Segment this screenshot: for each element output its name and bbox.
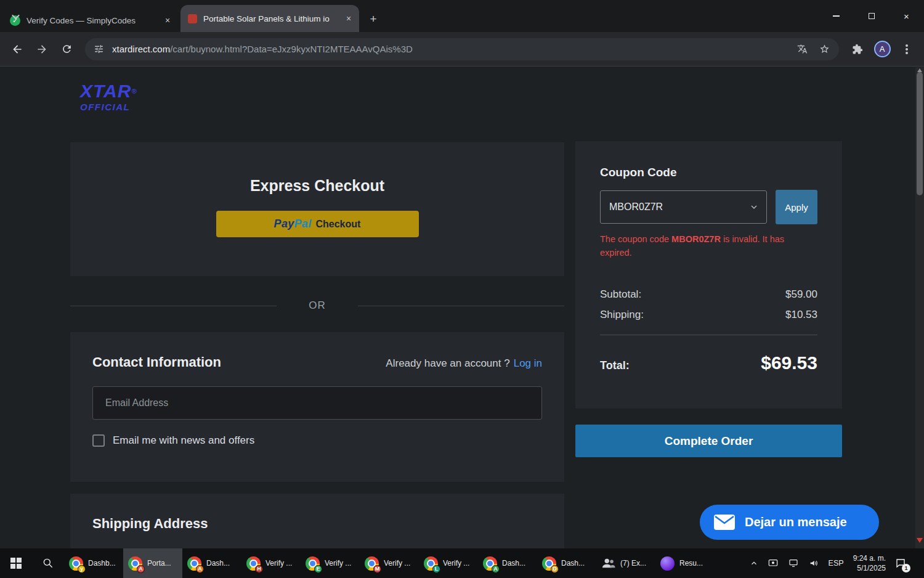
apply-coupon-button[interactable]: Apply	[776, 190, 817, 224]
url-text: xtardirect.com/cart/buynow.html?Data=eJx…	[112, 44, 788, 54]
taskbar-item-label: Porta...	[147, 559, 171, 568]
taskbar-item-resu[interactable]: Resu...	[655, 548, 715, 578]
badge: D	[551, 565, 559, 573]
new-tab-button[interactable]: +	[364, 10, 383, 28]
taskbar-item-label: Dash...	[502, 559, 525, 568]
order-totals: Subtotal: $59.00 Shipping: $10.53 Total:…	[600, 288, 817, 373]
purple-app-icon	[660, 556, 675, 571]
taskbar-item-label: Verify ...	[443, 559, 469, 568]
browser-menu-button[interactable]	[896, 38, 918, 60]
logo-brand-text: XTAR	[80, 81, 131, 101]
tray-chevron-up-icon[interactable]	[750, 559, 758, 568]
chat-widget-button[interactable]: Dejar un mensaje	[700, 505, 879, 540]
maximize-restore-button[interactable]	[854, 0, 889, 32]
restore-icon	[869, 13, 875, 19]
start-button[interactable]	[0, 548, 32, 578]
taskbar-item-dashboard-4[interactable]: D Dash...	[537, 548, 596, 578]
taskbar-item-verify-2[interactable]: E Verify ...	[301, 548, 360, 578]
taskbar-item-dashboard-1[interactable]: y Dashb...	[64, 548, 123, 578]
forward-button[interactable]	[31, 38, 53, 60]
tray-clock[interactable]: 9:24 a. m. 5/1/2025	[853, 553, 886, 573]
subtotal-value: $59.00	[785, 288, 817, 301]
puzzle-icon	[852, 44, 863, 55]
summary-divider	[600, 335, 817, 335]
account-prompt-text: Already have an account ?	[386, 357, 509, 369]
complete-order-button[interactable]: Complete Order	[575, 425, 842, 457]
taskbar-item-label: Verify ...	[265, 559, 292, 568]
bookmark-star-button[interactable]	[816, 41, 833, 58]
paypal-pal-text: Pal	[294, 218, 312, 230]
shipping-row: Shipping: $10.53	[600, 309, 817, 321]
coupon-dropdown-chevron-icon[interactable]	[749, 202, 759, 212]
url-domain: xtardirect.com	[112, 44, 170, 54]
coupon-code-title: Coupon Code	[600, 166, 817, 179]
email-field[interactable]	[92, 386, 542, 420]
chrome-icon: A	[128, 556, 142, 571]
envelope-icon	[713, 514, 736, 531]
shipping-value: $10.53	[785, 309, 817, 321]
profile-avatar[interactable]: A	[871, 38, 893, 60]
scrollbar-thumb[interactable]	[917, 72, 923, 195]
page-viewport: XTAR® OFFICIAL Express Checkout PayPal C…	[0, 67, 924, 548]
speaker-icon[interactable]	[808, 558, 819, 568]
coupon-code-field[interactable]	[600, 190, 767, 224]
taskbar-item-portable-active[interactable]: A Porta...	[123, 548, 182, 578]
scroll-down-arrow-icon[interactable]	[917, 538, 923, 546]
chrome-icon: E	[306, 556, 320, 571]
action-center-button[interactable]: 1	[895, 558, 906, 569]
chat-widget-label: Dejar un mensaje	[745, 515, 847, 529]
coupon-code-input[interactable]	[609, 201, 749, 213]
star-icon	[819, 44, 830, 54]
chrome-icon: A	[483, 556, 497, 571]
keyboard-language-indicator[interactable]: ESP	[829, 559, 844, 568]
close-window-button[interactable]: ×	[889, 0, 924, 32]
taskbar-item-verify-1[interactable]: H Verify ...	[241, 548, 301, 578]
total-label: Total:	[600, 359, 630, 372]
paypal-checkout-button[interactable]: PayPal Checkout	[216, 211, 419, 237]
tray-cast-icon[interactable]	[768, 558, 779, 568]
forward-arrow-icon	[36, 43, 48, 55]
minimize-icon	[833, 15, 840, 17]
login-link[interactable]: Log in	[514, 357, 542, 369]
windows-logo-icon	[10, 558, 22, 569]
taskbar-item-label: Dashb...	[88, 559, 116, 568]
address-bar[interactable]: xtardirect.com/cart/buynow.html?Data=eJx…	[85, 38, 839, 60]
tray-display-icon[interactable]	[788, 558, 799, 568]
badge: A	[492, 565, 500, 573]
reload-button[interactable]	[55, 38, 78, 60]
site-info-button[interactable]	[90, 41, 107, 58]
subtotal-row: Subtotal: $59.00	[600, 288, 817, 301]
taskbar-item-dashboard-2[interactable]: A Dash...	[182, 548, 241, 578]
taskbar-item-dashboard-3[interactable]: A Dash...	[478, 548, 537, 578]
three-dot-menu-icon	[906, 48, 908, 51]
newsletter-label: Email me with news and offers	[113, 434, 254, 447]
badge: H	[255, 565, 263, 573]
badge: M	[373, 565, 381, 573]
url-path: /cart/buynow.html?Data=eJxz9kyxNTI2MTEAA…	[170, 44, 413, 54]
browser-tab-xtar-active[interactable]: Portable Solar Panels & Lithium io ×	[180, 5, 359, 32]
or-text: OR	[277, 299, 358, 312]
xtar-logo[interactable]: XTAR® OFFICIAL	[80, 82, 137, 112]
tab-close-icon[interactable]: ×	[162, 15, 173, 26]
taskbar-item-ex[interactable]: (7) Ex...	[596, 548, 655, 578]
badge: A	[137, 565, 145, 573]
minimize-button[interactable]	[819, 0, 854, 32]
taskbar-search-button[interactable]	[32, 548, 64, 578]
translate-button[interactable]	[793, 41, 811, 58]
taskbar-item-verify-4[interactable]: L Verify ...	[419, 548, 478, 578]
page-scrollbar[interactable]	[915, 67, 924, 548]
logo-registered-mark: ®	[131, 88, 137, 95]
tab-close-icon[interactable]: ×	[343, 13, 354, 24]
account-prompt: Already have an account ?Log in	[386, 357, 542, 370]
newsletter-checkbox[interactable]	[92, 434, 105, 447]
extensions-button[interactable]	[846, 38, 869, 60]
scroll-up-arrow-icon[interactable]	[917, 67, 922, 72]
total-value: $69.53	[761, 352, 817, 373]
reload-icon	[61, 43, 73, 55]
back-button[interactable]	[6, 38, 28, 60]
browser-tab-simplycodes[interactable]: ✓ Verify Codes — SimplyCodes ×	[2, 9, 178, 32]
tab-search-button[interactable]	[6, 7, 25, 25]
taskbar-item-verify-3[interactable]: M Verify ...	[360, 548, 419, 578]
logo-sub-text: OFFICIAL	[80, 102, 137, 112]
chevron-down-icon	[12, 11, 20, 19]
